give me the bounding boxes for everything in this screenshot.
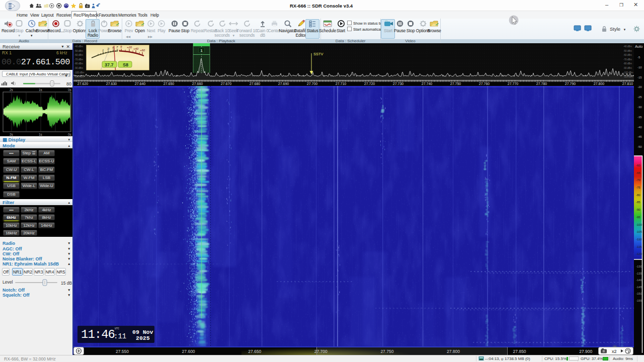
svg-text:-70 dBm: -70 dBm bbox=[623, 58, 632, 61]
svg-text:1s: 1s bbox=[39, 88, 43, 92]
svg-text:-70: -70 bbox=[636, 178, 640, 182]
svg-text:2s: 2s bbox=[10, 133, 14, 136]
svg-text:-100 dBm: -100 dBm bbox=[74, 71, 85, 74]
svg-text:-50: -50 bbox=[637, 145, 642, 148]
svg-text:-80: -80 bbox=[636, 194, 640, 197]
svg-text:-95: -95 bbox=[636, 216, 640, 219]
svg-text:-130: -130 bbox=[636, 265, 642, 268]
svg-text:0s: 0s bbox=[68, 133, 72, 136]
svg-text:+20: +20 bbox=[127, 46, 132, 49]
svg-text:-30: -30 bbox=[637, 106, 642, 109]
svg-text:37.7: 37.7 bbox=[105, 62, 114, 67]
svg-text:80: 80 bbox=[66, 81, 71, 86]
svg-text:2s: 2s bbox=[10, 88, 14, 92]
svg-text:1: 1 bbox=[102, 49, 104, 52]
svg-text:-60 dBm: -60 dBm bbox=[623, 54, 632, 56]
svg-text:-140: -140 bbox=[636, 279, 642, 282]
svg-text:-80 dBm: -80 dBm bbox=[74, 62, 83, 65]
svg-text:-145: -145 bbox=[636, 286, 642, 289]
svg-text:-120: -120 bbox=[636, 252, 642, 255]
svg-text:Auto: Auto bbox=[635, 44, 642, 49]
svg-text:-60 dBm: -60 dBm bbox=[74, 54, 83, 56]
svg-text:-45: -45 bbox=[637, 135, 642, 138]
svg-text:-90 dBm: -90 dBm bbox=[74, 67, 83, 69]
svg-text:-10: -10 bbox=[637, 66, 642, 69]
svg-text:-25: -25 bbox=[637, 96, 642, 99]
svg-text:-155: -155 bbox=[636, 299, 642, 302]
svg-text:-105: -105 bbox=[636, 230, 642, 233]
svg-text:-135: -135 bbox=[636, 272, 642, 275]
svg-text:+40: +40 bbox=[133, 47, 139, 50]
svg-text:-50 dBm: -50 dBm bbox=[623, 50, 632, 52]
svg-text:-50 dBm: -50 dBm bbox=[74, 50, 83, 52]
svg-text:-85: -85 bbox=[636, 201, 640, 204]
svg-text:-60: -60 bbox=[636, 164, 640, 167]
svg-text:-20: -20 bbox=[637, 85, 642, 88]
svg-text:-40 dBm: -40 dBm bbox=[74, 45, 83, 48]
svg-text:-40 dBm: -40 dBm bbox=[623, 45, 632, 48]
svg-text:-90: -90 bbox=[636, 208, 640, 211]
svg-text:x2: x2 bbox=[612, 348, 617, 353]
svg-text:-40: -40 bbox=[637, 126, 642, 129]
svg-text:-35: -35 bbox=[637, 116, 642, 119]
svg-text:-110: -110 bbox=[636, 238, 642, 241]
svg-text:-15: -15 bbox=[637, 76, 642, 79]
svg-text:-70 dBm: -70 dBm bbox=[74, 58, 83, 61]
svg-text:-115: -115 bbox=[636, 245, 642, 248]
svg-text:SSTV: SSTV bbox=[313, 52, 324, 56]
svg-text:-80 dBm: -80 dBm bbox=[623, 62, 632, 65]
svg-text:S8: S8 bbox=[123, 62, 128, 67]
svg-text:-90 dBm: -90 dBm bbox=[623, 67, 632, 69]
svg-text:1: 1 bbox=[201, 49, 203, 52]
svg-text:15 dB: 15 dB bbox=[61, 281, 72, 286]
svg-text:-75: -75 bbox=[636, 186, 640, 189]
svg-text:-5: -5 bbox=[637, 56, 640, 59]
svg-text:1s: 1s bbox=[39, 133, 43, 136]
svg-text:+60: +60 bbox=[140, 49, 145, 52]
svg-text:-150: -150 bbox=[636, 292, 642, 295]
svg-text:-100 dBm: -100 dBm bbox=[623, 71, 633, 74]
svg-text:-100: -100 bbox=[636, 223, 642, 226]
svg-text:-65: -65 bbox=[636, 171, 640, 174]
svg-text:0s: 0s bbox=[68, 88, 72, 92]
